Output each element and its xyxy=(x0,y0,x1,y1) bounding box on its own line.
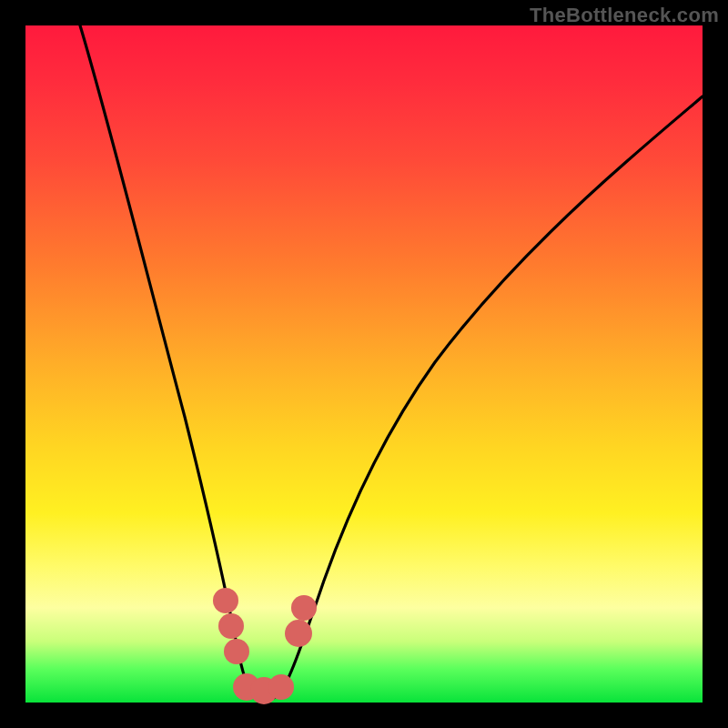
chart-frame: TheBottleneck.com xyxy=(0,0,728,728)
plot-area xyxy=(25,25,703,703)
watermark-text: TheBottleneck.com xyxy=(530,4,719,27)
